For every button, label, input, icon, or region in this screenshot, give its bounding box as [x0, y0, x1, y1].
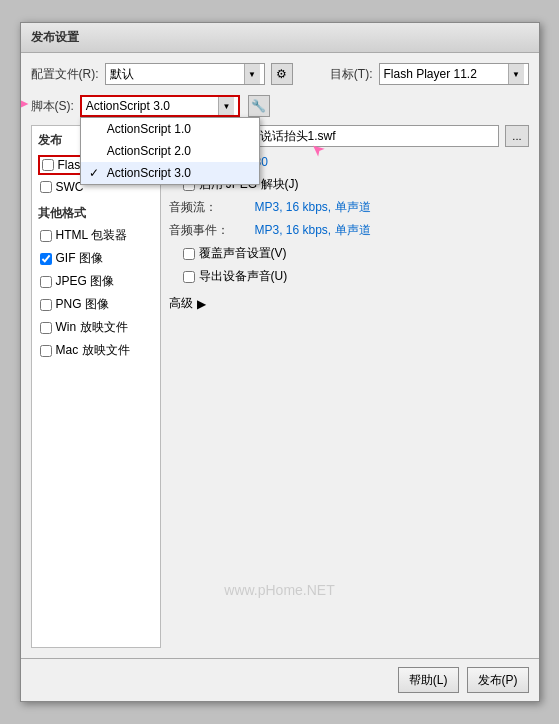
jpeg-item: JPEG 图像 — [38, 272, 154, 291]
mac-projector-label: Mac 放映文件 — [56, 342, 130, 359]
html-wrapper-label: HTML 包装器 — [56, 227, 128, 244]
script-value: ActionScript 3.0 — [86, 99, 170, 113]
win-projector-label: Win 放映文件 — [56, 319, 128, 336]
override-audio-label: 覆盖声音设置(V) — [199, 245, 287, 262]
gif-checkbox[interactable] — [40, 253, 52, 265]
script-section: ➤ 脚本(S): ActionScript 3.0 ▼ ActionScript… — [31, 93, 529, 117]
option-label-2: ActionScript 2.0 — [107, 144, 191, 158]
html-wrapper-item: HTML 包装器 — [38, 226, 154, 245]
export-audio-checkbox[interactable] — [183, 271, 195, 283]
jpeg-label: JPEG 图像 — [56, 273, 115, 290]
help-button[interactable]: 帮助(L) — [398, 667, 459, 693]
audio-event-row: 音频事件： MP3, 16 kbps, 单声道 — [169, 222, 529, 239]
dialog-title: 发布设置 — [31, 29, 79, 46]
config-row: 配置文件(R): 默认 ▼ ⚙ 目标(T): Flash Player 11.2… — [31, 63, 529, 85]
left-panel: 发布 Flash (.swf) SWC 其他格式 HTML 包装器 GIF 图像 — [31, 125, 161, 648]
target-value: Flash Player 11.2 — [384, 67, 477, 81]
png-checkbox[interactable] — [40, 299, 52, 311]
checkmark-3: ✓ — [89, 166, 103, 180]
target-select[interactable]: Flash Player 11.2 ▼ — [379, 63, 529, 85]
override-audio-checkbox[interactable] — [183, 248, 195, 260]
audio-event-label: 音频事件： — [169, 222, 249, 239]
script-option-3[interactable]: ✓ ActionScript 3.0 — [81, 162, 259, 184]
advanced-label: 高级 — [169, 295, 193, 312]
audio-stream-row: 音频流： MP3, 16 kbps, 单声道 — [169, 199, 529, 216]
target-arrow[interactable]: ▼ — [508, 64, 524, 84]
footer: 帮助(L) 发布(P) — [21, 658, 539, 701]
main-area: 发布 Flash (.swf) SWC 其他格式 HTML 包装器 GIF 图像 — [31, 125, 529, 648]
script-gear-icon: 🔧 — [251, 99, 266, 113]
publish-button[interactable]: 发布(P) — [467, 667, 529, 693]
mac-projector-checkbox[interactable] — [40, 345, 52, 357]
config-label: 配置文件(R): — [31, 66, 99, 83]
pink-arrow-script: ➤ — [21, 93, 28, 115]
script-option-1[interactable]: ActionScript 1.0 — [81, 118, 259, 140]
config-select[interactable]: 默认 ▼ — [105, 63, 265, 85]
title-bar: 发布设置 — [21, 23, 539, 53]
advanced-arrow: ▶ — [197, 297, 206, 311]
win-projector-checkbox[interactable] — [40, 322, 52, 334]
audio-stream-value[interactable]: MP3, 16 kbps, 单声道 — [255, 199, 371, 216]
export-audio-label: 导出设备声音(U) — [199, 268, 288, 285]
advanced-row[interactable]: 高级 ▶ — [169, 295, 529, 312]
png-item: PNG 图像 — [38, 295, 154, 314]
gif-label: GIF 图像 — [56, 250, 103, 267]
script-select[interactable]: ActionScript 3.0 ▼ — [80, 95, 240, 117]
swc-checkbox[interactable] — [40, 181, 52, 193]
publish-settings-dialog: 发布设置 配置文件(R): 默认 ▼ ⚙ 目标(T): Flash Player… — [20, 22, 540, 702]
script-dropdown-menu: ActionScript 1.0 ActionScript 2.0 ✓ Acti… — [80, 117, 260, 185]
target-label: 目标(T): — [330, 66, 373, 83]
dialog-content: 配置文件(R): 默认 ▼ ⚙ 目标(T): Flash Player 11.2… — [21, 53, 539, 658]
export-audio-row: 导出设备声音(U) — [169, 268, 529, 285]
script-row-inner: ➤ 脚本(S): ActionScript 3.0 ▼ ActionScript… — [31, 95, 270, 117]
config-arrow[interactable]: ▼ — [244, 64, 260, 84]
config-value: 默认 — [110, 66, 134, 83]
gear-button[interactable]: ⚙ — [271, 63, 293, 85]
script-label: 脚本(S): — [31, 98, 74, 115]
option-label-3: ActionScript 3.0 — [107, 166, 191, 180]
browse-button[interactable]: ... — [505, 125, 528, 147]
gear-icon: ⚙ — [276, 67, 287, 81]
audio-stream-label: 音频流： — [169, 199, 249, 216]
option-label-1: ActionScript 1.0 — [107, 122, 191, 136]
override-audio-row: 覆盖声音设置(V) — [169, 245, 529, 262]
jpeg-checkbox[interactable] — [40, 276, 52, 288]
script-option-2[interactable]: ActionScript 2.0 — [81, 140, 259, 162]
audio-event-value[interactable]: MP3, 16 kbps, 单声道 — [255, 222, 371, 239]
gif-item: GIF 图像 — [38, 249, 154, 268]
script-dropdown-container: ActionScript 3.0 ▼ ActionScript 1.0 Acti… — [80, 95, 240, 117]
html-wrapper-checkbox[interactable] — [40, 230, 52, 242]
output-input[interactable] — [255, 125, 500, 147]
win-projector-item: Win 放映文件 — [38, 318, 154, 337]
script-settings-button[interactable]: 🔧 — [248, 95, 270, 117]
script-arrow[interactable]: ▼ — [218, 97, 234, 115]
other-formats-title: 其他格式 — [38, 205, 154, 222]
png-label: PNG 图像 — [56, 296, 109, 313]
right-panel: 输出文件(F): ... JPEG 品质(Q): 80 启用 JPEG 解块(J… — [169, 125, 529, 648]
flash-swf-checkbox[interactable] — [42, 159, 54, 171]
mac-projector-item: Mac 放映文件 — [38, 341, 154, 360]
